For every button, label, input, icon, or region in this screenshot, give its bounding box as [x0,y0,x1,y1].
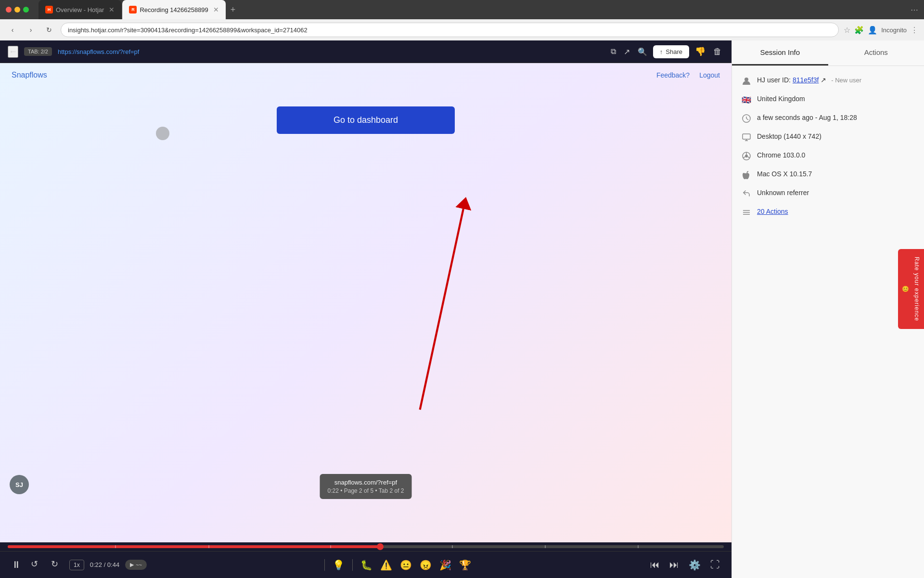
svg-rect-8 [743,134,750,139]
timeline-bar[interactable] [0,542,732,551]
actions-count-link[interactable]: 20 Actions [757,208,788,215]
hotjar-favicon: H [45,6,53,13]
bookmark-icon[interactable]: ☆ [844,26,850,35]
desktop-icon [742,132,751,142]
session-info-tab[interactable]: Session Info [732,40,828,66]
country-row: 🇬🇧 United Kingdom [742,94,914,105]
flag-icon: 🇬🇧 [742,95,751,105]
chrome-icon [742,151,751,161]
delete-button[interactable]: 🗑 [711,45,724,59]
open-external-icon-button[interactable]: ↗ [622,45,632,58]
logout-link[interactable]: Logout [699,71,720,79]
current-time: 0:22 [90,561,102,568]
copy-icon-button[interactable]: ⧉ [609,45,618,58]
account-icon[interactable]: 👤 [868,26,877,35]
minimize-button[interactable] [14,7,20,13]
incognito-label: Incognito [881,26,907,34]
trophy-button[interactable]: 🏆 [459,559,471,571]
svg-line-1 [420,203,465,409]
thumbs-down-button[interactable]: 👎 [693,44,707,59]
speed-button[interactable]: 1x [69,560,84,570]
progress-handle[interactable] [377,543,384,550]
svg-text:↻: ↻ [51,559,58,569]
svg-text:↺: ↺ [31,559,38,569]
browser-toolbar: ‹ › ↻ insights.hotjar.com/r?site=3090413… [0,19,924,40]
browser-actions: ☆ 🧩 👤 Incognito ⋮ [844,26,918,35]
player-panel: ← TAB: 2/2 https://snapflows.com/?ref=pf… [0,40,732,578]
tab-bar: H Overview - Hotjar ✕ R Recording 142662… [38,0,239,19]
browser-row: Chrome 103.0.0 [742,151,914,161]
forward-button[interactable]: ↻ [49,556,64,573]
warning-button[interactable]: ⚠️ [380,559,392,571]
wave-label: ~~ [136,562,142,568]
hj-user-row: HJ user ID: 811e5f3f ↗ - New user [742,76,914,86]
url-text: insights.hotjar.com/r?site=3090413&recor… [68,26,308,34]
magnify-icon-button[interactable]: 🔍 [636,45,649,58]
tooltip-sub: 0:22 • Page 2 of 5 • Tab 2 of 2 [328,487,404,494]
settings-button[interactable]: ⚙️ [687,557,703,573]
actions-count-row: 20 Actions [742,207,914,217]
progress-fill [8,545,380,548]
referrer-row: Unknown referrer [742,188,914,198]
share-icon: ↑ [660,48,663,55]
close-button[interactable] [6,7,12,13]
player-back-button[interactable]: ← [8,46,18,58]
party-button[interactable]: 🎉 [439,559,451,571]
back-nav-button[interactable]: ‹ [6,23,19,37]
progress-track[interactable] [8,545,724,548]
neutral-face-button[interactable]: 😐 [400,559,412,571]
rate-experience-sidebar[interactable]: Rate your experience 😊 [898,249,924,329]
recorded-page: Snapflows Feedback? Logout Go to dashboa… [0,63,732,542]
reload-button[interactable]: ↻ [42,23,56,37]
rewind-button[interactable]: ↺ [29,556,43,573]
hj-user-id-link[interactable]: 811e5f3f [793,76,819,84]
tab-recording[interactable]: R Recording 14266258899 ✕ [122,0,225,19]
feedback-link[interactable]: Feedback? [656,71,690,79]
clock-icon [742,114,751,123]
skip-back-button[interactable]: ⏮ [648,557,662,572]
skip-forward-button[interactable]: ⏭ [667,557,681,572]
forward-nav-button[interactable]: › [24,23,38,37]
tab-overview-close[interactable]: ✕ [109,6,115,13]
go-to-dashboard-button[interactable]: Go to dashboard [277,106,455,134]
controls-divider [324,559,325,571]
browser-menu-icon[interactable]: ⋮ [911,26,918,35]
device-row: Desktop (1440 x 742) [742,132,914,142]
angry-face-button[interactable]: 😠 [420,559,432,571]
pause-button[interactable]: ⏸ [10,557,23,572]
more-options-icon[interactable]: ⋯ [911,5,918,14]
right-panel: Session Info Actions HJ user ID: 811e5f3… [732,40,924,578]
snapflows-logo[interactable]: Snapflows [12,71,47,79]
tab-overview-label: Overview - Hotjar [56,6,104,13]
tab-indicator: TAB: 2/2 [24,47,52,56]
fullscreen-button[interactable]: ⛶ [708,557,722,572]
actions-tab[interactable]: Actions [828,40,924,66]
maximize-button[interactable] [23,7,29,13]
lightbulb-button[interactable]: 💡 [333,559,345,571]
player-url-display: https://snapflows.com/?ref=pf [58,48,603,55]
svg-line-14 [748,157,750,158]
svg-line-7 [746,118,748,120]
new-tab-button[interactable]: + [227,0,240,19]
share-button[interactable]: ↑ Share [653,45,689,58]
rate-sidebar-icon: 😊 [902,285,909,293]
controls-divider-2 [352,559,353,571]
bug-button[interactable]: 🐛 [360,559,372,571]
wave-button[interactable]: ▶ ~~ [125,560,147,570]
time-display: 0:22 / 0:44 [90,561,119,568]
recording-favicon: R [129,6,137,13]
extension-icon[interactable]: 🧩 [854,26,864,35]
tab-overview[interactable]: H Overview - Hotjar ✕ [38,0,121,19]
svg-line-15 [743,157,745,158]
hj-user-text: HJ user ID: 811e5f3f ↗ - New user [757,76,861,85]
controls-center: 💡 🐛 ⚠️ 😐 😠 🎉 🏆 [324,559,471,571]
video-area: Snapflows Feedback? Logout Go to dashboa… [0,63,732,542]
tab-recording-close[interactable]: ✕ [213,6,219,13]
user-status-badge: - New user [831,77,861,84]
external-link-icon: ↗ [821,76,826,84]
timestamp-row: a few seconds ago - Aug 1, 18:28 [742,113,914,123]
user-icon [742,76,751,86]
url-bar[interactable]: insights.hotjar.com/r?site=3090413&recor… [61,23,839,37]
traffic-lights [6,7,29,13]
browser-text: Chrome 103.0.0 [757,151,805,160]
